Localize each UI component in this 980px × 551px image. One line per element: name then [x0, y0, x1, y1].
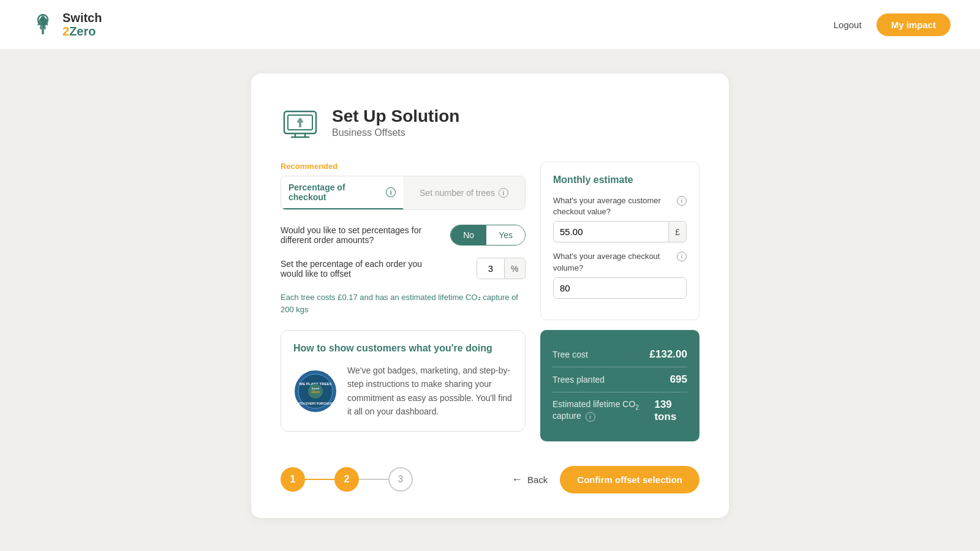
recommended-label: Recommended [281, 162, 526, 171]
estimate-q1-row: What's your average customer checkout va… [553, 195, 687, 242]
step-line-1 [305, 479, 334, 480]
co2-info-icon[interactable]: i [586, 412, 595, 422]
step-2: 2 [334, 467, 359, 492]
tab-set-trees-label: Set number of trees [420, 188, 495, 198]
header: Switch 2Zero Logout My impact [0, 0, 980, 49]
tree-cost-row: Tree cost £132.00 [552, 342, 687, 367]
monthly-estimate-box: Monthly estimate What's your average cus… [540, 162, 699, 320]
checkout-volume-input-wrap [553, 277, 687, 299]
main-content: Set Up Solution Business Offsets Recomme… [0, 49, 980, 542]
left-column: Recommended Percentage of checkout i Set… [281, 162, 526, 432]
summary-box: Tree cost £132.00 Trees planted 695 Esti… [540, 330, 699, 441]
page-subtitle: Business Offsets [332, 127, 459, 138]
card-title-area: Set Up Solution Business Offsets [332, 107, 459, 138]
co2-capture-value: 139 tons [654, 399, 687, 423]
percent-symbol: % [504, 259, 524, 279]
customers-content: WE PLANT TREES Switch 2Zero WITH EVERY P… [293, 364, 513, 419]
estimate-q2-row: What's your average checkout volume? i [553, 251, 687, 298]
tab-percentage[interactable]: Percentage of checkout i [281, 176, 403, 209]
step-line-2 [359, 479, 388, 480]
logout-link[interactable]: Logout [834, 20, 862, 30]
svg-text:2Zero: 2Zero [311, 390, 320, 394]
tree-cost-label: Tree cost [552, 350, 588, 359]
tab-set-trees-info-icon[interactable]: i [499, 188, 508, 198]
trees-planted-value: 695 [670, 373, 687, 386]
checkout-value-symbol: £ [668, 222, 686, 242]
footer-actions: ← Back Confirm offset selection [511, 466, 699, 493]
content-row: Recommended Percentage of checkout i Set… [281, 162, 699, 441]
toggle-no-button[interactable]: No [451, 225, 486, 245]
form-row-q2: Set the percentage of each order you wou… [281, 258, 526, 279]
trees-planted-row: Trees planted 695 [552, 367, 687, 392]
tab-percentage-info-icon[interactable]: i [386, 187, 396, 197]
co2-subscript: 2 [635, 404, 639, 411]
form-row-q1: Would you like to set percentages for di… [281, 225, 526, 246]
form-q2-label: Set the percentage of each order you wou… [281, 259, 440, 279]
form-q1-label: Would you like to set percentages for di… [281, 225, 440, 245]
estimate-q1-label: What's your average customer checkout va… [553, 195, 687, 217]
main-card: Set Up Solution Business Offsets Recomme… [251, 73, 729, 518]
setup-icon [281, 103, 320, 142]
back-label: Back [527, 474, 548, 485]
tree-cost-value: £132.00 [650, 348, 687, 361]
checkout-volume-input[interactable] [554, 278, 686, 298]
logo-icon [29, 11, 56, 38]
q1-info-icon[interactable]: i [677, 196, 687, 206]
cost-info-text: Each tree costs £0.17 and has an estimat… [281, 291, 526, 315]
co2-capture-label: Estimated lifetime CO2 capture i [552, 399, 654, 422]
stepper: 1 2 3 [281, 467, 413, 492]
confirm-offset-button[interactable]: Confirm offset selection [560, 466, 699, 493]
toggle-yes-button[interactable]: Yes [486, 225, 525, 245]
svg-text:WITH EVERY PURCHASE: WITH EVERY PURCHASE [297, 402, 334, 405]
back-arrow-icon: ← [511, 473, 522, 486]
monthly-estimate-title: Monthly estimate [553, 174, 687, 186]
right-column: Monthly estimate What's your average cus… [540, 162, 699, 441]
checkout-value-input[interactable] [554, 222, 668, 242]
logo-text: Switch 2Zero [62, 11, 102, 38]
percentage-input[interactable] [477, 258, 504, 279]
tab-set-trees[interactable]: Set number of trees i [403, 176, 525, 209]
trees-planted-label: Trees planted [552, 375, 605, 384]
customers-box-title: How to show customers what you're doing [293, 343, 513, 354]
co2-capture-row: Estimated lifetime CO2 capture i 139 ton… [552, 392, 687, 429]
step-3: 3 [388, 467, 413, 492]
logo: Switch 2Zero [29, 11, 102, 38]
tabs: Percentage of checkout i Set number of t… [281, 176, 526, 210]
q2-info-icon[interactable]: i [677, 252, 687, 261]
header-nav: Logout My impact [834, 13, 951, 36]
back-button[interactable]: ← Back [511, 473, 548, 486]
my-impact-button[interactable]: My impact [876, 13, 951, 36]
page-title: Set Up Solution [332, 107, 459, 126]
badge-image: WE PLANT TREES Switch 2Zero WITH EVERY P… [293, 369, 337, 413]
customers-box: How to show customers what you're doing … [281, 330, 526, 432]
checkout-value-input-wrap: £ [553, 221, 687, 242]
tab-percentage-label: Percentage of checkout [288, 182, 382, 202]
step-1: 1 [281, 467, 305, 492]
customers-body-text: We've got badges, marketing, and step-by… [347, 364, 513, 419]
percentage-input-wrap: % [477, 258, 526, 279]
estimate-q2-label: What's your average checkout volume? i [553, 251, 687, 273]
card-header: Set Up Solution Business Offsets [281, 103, 699, 142]
footer: 1 2 3 ← Back Confirm offset selection [281, 466, 699, 493]
toggle-group: No Yes [450, 225, 526, 246]
